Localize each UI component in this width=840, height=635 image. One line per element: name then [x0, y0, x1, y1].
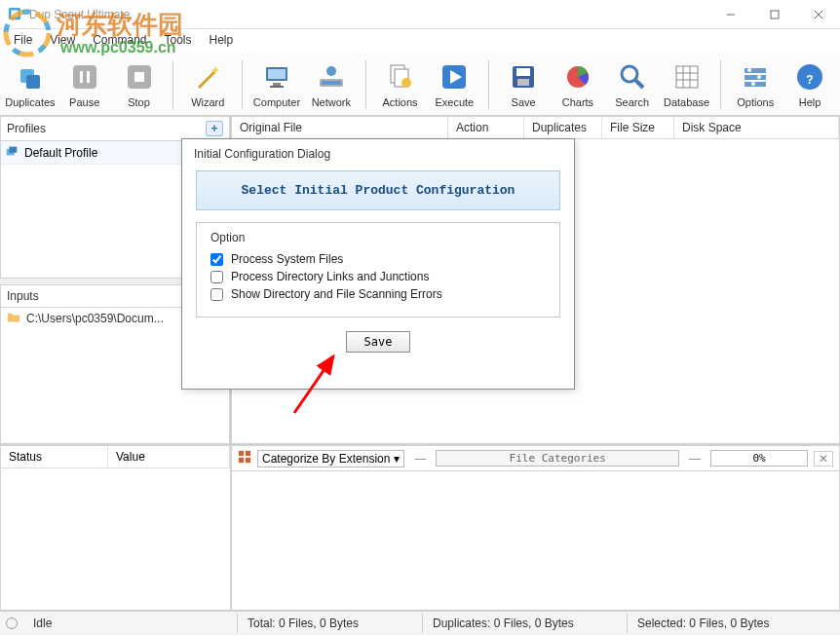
svg-rect-39 — [745, 82, 766, 87]
progress-indicator: 0% — [710, 450, 808, 467]
status-duplicates: Duplicates: 0 Files, 0 Bytes — [423, 614, 628, 633]
help-icon: ? — [794, 61, 825, 93]
charts-button[interactable]: Charts — [552, 56, 604, 113]
menu-command[interactable]: Command — [85, 31, 154, 49]
svg-rect-1 — [12, 10, 19, 17]
svg-rect-46 — [9, 147, 17, 153]
options-button[interactable]: Options — [729, 56, 782, 113]
minimize-button[interactable] — [708, 0, 752, 29]
wizard-button[interactable]: Wizard — [181, 56, 234, 113]
col-disk-space[interactable]: Disk Space — [674, 117, 839, 138]
svg-rect-27 — [516, 68, 530, 76]
bottom-left-panel: Status Value — [0, 445, 231, 611]
svg-rect-28 — [517, 79, 529, 86]
actions-icon — [385, 61, 416, 93]
svg-rect-7 — [26, 75, 40, 89]
dialog-header: Select Initial Product Configuration — [196, 170, 560, 210]
menu-help[interactable]: Help — [202, 31, 242, 49]
dash-separator-2: — — [685, 452, 705, 466]
network-icon — [316, 61, 347, 93]
status-selected: Selected: 0 Files, 0 Bytes — [628, 614, 840, 633]
svg-point-41 — [757, 75, 761, 79]
svg-rect-49 — [239, 458, 244, 463]
dialog-title: Initial Configuration Dialog — [182, 139, 574, 170]
svg-point-30 — [622, 66, 637, 82]
input-path: C:\Users\pc0359\Docum... — [26, 312, 164, 325]
app-icon — [8, 7, 23, 22]
svg-point-40 — [747, 68, 751, 72]
database-icon — [671, 61, 703, 93]
option-process-directory-links[interactable]: Process Directory Links and Junctions — [207, 268, 550, 285]
duplicates-icon — [15, 61, 46, 93]
save-button[interactable]: Save — [497, 56, 550, 113]
svg-rect-8 — [73, 65, 96, 89]
bottom-right-panel: Categorize By Extension ▾ — File Categor… — [231, 445, 840, 611]
stop-icon — [124, 61, 155, 93]
pause-button[interactable]: Pause — [58, 56, 111, 113]
checkbox-process-system-files[interactable] — [210, 253, 223, 266]
col-file-size[interactable]: File Size — [602, 117, 674, 138]
charts-icon — [562, 61, 593, 93]
add-profile-button[interactable]: + — [206, 121, 223, 136]
combo-label: Categorize By Extension — [262, 452, 390, 466]
col-value[interactable]: Value — [108, 446, 230, 468]
search-button[interactable]: Search — [606, 56, 659, 113]
svg-rect-16 — [273, 83, 281, 86]
dialog-save-button[interactable]: Save — [346, 331, 411, 353]
menubar: File View Command Tools Help — [0, 29, 840, 51]
maximize-button[interactable] — [752, 0, 796, 29]
svg-rect-38 — [745, 75, 766, 80]
option-show-scanning-errors[interactable]: Show Directory and File Scanning Errors — [207, 285, 550, 303]
svg-rect-15 — [268, 69, 286, 79]
toolbar: Duplicates Pause Stop Wizard Computer Ne… — [0, 51, 840, 116]
checkbox-show-scanning-errors[interactable] — [210, 288, 223, 301]
titlebar: Dup Scout Ultimate — [0, 0, 840, 29]
svg-rect-9 — [80, 71, 83, 83]
close-panel-icon[interactable]: ✕ — [814, 451, 833, 467]
pause-icon — [69, 61, 100, 93]
dialog-button-row: Save — [182, 318, 574, 366]
status-total: Total: 0 Files, 0 Bytes — [238, 614, 423, 633]
svg-rect-19 — [322, 81, 341, 85]
database-button[interactable]: Database — [661, 56, 713, 113]
col-status[interactable]: Status — [1, 446, 108, 468]
window-title: Dup Scout Ultimate — [29, 8, 708, 21]
bottom-area: Status Value Categorize By Extension ▾ —… — [0, 445, 840, 611]
option-process-system-files[interactable]: Process System Files — [207, 250, 550, 268]
stop-button[interactable]: Stop — [113, 56, 166, 113]
svg-rect-10 — [87, 71, 90, 83]
duplicates-button[interactable]: Duplicates — [4, 56, 57, 113]
svg-rect-48 — [246, 451, 250, 456]
menu-file[interactable]: File — [6, 31, 40, 49]
statusbar: Idle Total: 0 Files, 0 Bytes Duplicates:… — [0, 611, 840, 634]
svg-rect-12 — [134, 72, 144, 82]
computer-icon — [261, 61, 292, 93]
save-icon — [508, 61, 539, 93]
grid-header: Original File Action Duplicates File Siz… — [231, 116, 840, 139]
col-action[interactable]: Action — [448, 117, 524, 138]
svg-line-31 — [635, 80, 643, 88]
execute-button[interactable]: Execute — [428, 56, 480, 113]
category-body[interactable] — [232, 471, 839, 610]
svg-rect-47 — [239, 451, 244, 456]
menu-tools[interactable]: Tools — [157, 31, 200, 49]
status-indicator-icon — [6, 617, 18, 629]
col-duplicates[interactable]: Duplicates — [524, 117, 602, 138]
computer-button[interactable]: Computer — [250, 56, 303, 113]
close-button[interactable] — [796, 0, 840, 29]
help-button[interactable]: ? Help — [783, 56, 836, 113]
svg-rect-50 — [246, 458, 250, 463]
checkbox-process-directory-links[interactable] — [210, 271, 223, 283]
menu-view[interactable]: View — [42, 31, 83, 49]
svg-rect-17 — [270, 86, 284, 88]
categorize-combo[interactable]: Categorize By Extension ▾ — [257, 450, 404, 467]
category-grid-icon[interactable] — [238, 450, 251, 467]
execute-icon — [439, 61, 470, 93]
actions-button[interactable]: Actions — [374, 56, 427, 113]
folder-icon — [7, 311, 20, 327]
col-original-file[interactable]: Original File — [232, 117, 448, 138]
file-categories-button[interactable]: File Categories — [436, 450, 679, 467]
network-button[interactable]: Network — [305, 56, 358, 113]
options-icon — [740, 61, 771, 93]
category-bar: Categorize By Extension ▾ — File Categor… — [232, 446, 839, 471]
